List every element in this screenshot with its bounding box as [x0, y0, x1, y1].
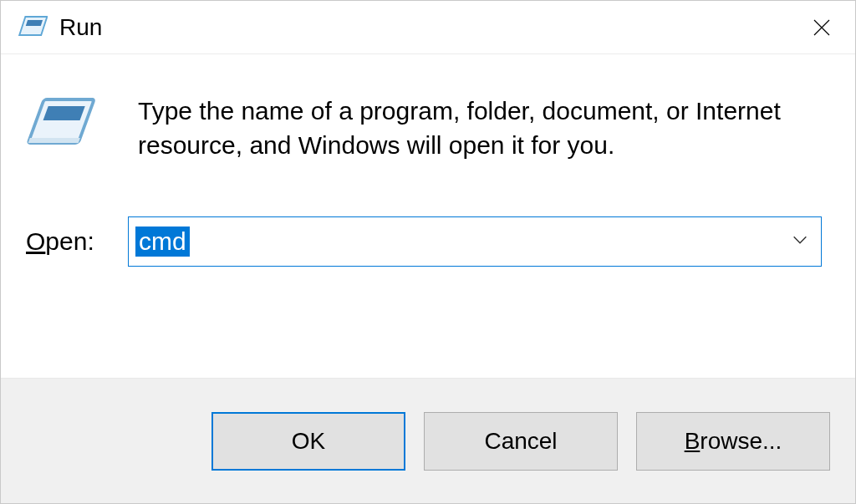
run-icon: [26, 89, 101, 165]
ok-button[interactable]: OK: [211, 412, 405, 471]
svg-rect-3: [43, 106, 85, 120]
run-icon-small: [18, 15, 48, 40]
cancel-button[interactable]: Cancel: [424, 412, 618, 471]
browse-button[interactable]: Browse...: [636, 412, 830, 471]
close-button[interactable]: [797, 3, 847, 53]
open-label: Open:: [26, 227, 128, 256]
svg-rect-1: [26, 20, 43, 26]
open-combobox[interactable]: cmd: [128, 216, 822, 267]
dialog-body: Type the name of a program, folder, docu…: [1, 54, 855, 378]
titlebar: Run: [1, 1, 855, 54]
run-dialog: Run Type the name of a program, folder, …: [0, 0, 856, 504]
window-title: Run: [59, 14, 102, 41]
chevron-down-icon[interactable]: [791, 231, 809, 252]
open-input-value[interactable]: cmd: [135, 227, 190, 257]
svg-rect-2: [28, 99, 94, 143]
instruction-text: Type the name of a program, folder, docu…: [138, 94, 822, 162]
dialog-footer: OK Cancel Browse...: [1, 378, 855, 503]
svg-rect-4: [28, 138, 80, 143]
